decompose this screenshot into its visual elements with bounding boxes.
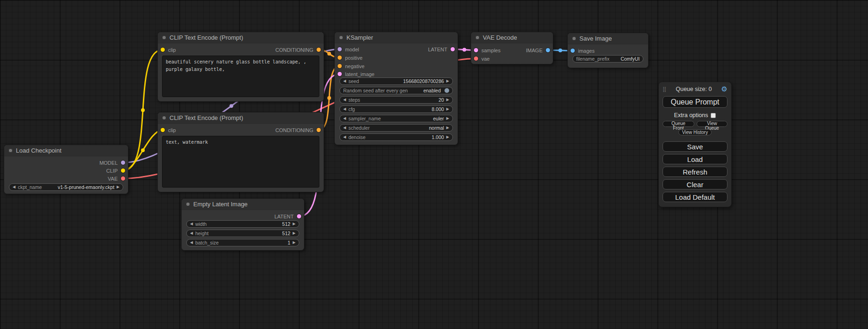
node-titlebar[interactable]: VAE Decode bbox=[471, 32, 553, 43]
node-titlebar[interactable]: CLIP Text Encode (Prompt) bbox=[158, 112, 324, 124]
input-dot-latent-image[interactable] bbox=[338, 72, 342, 76]
widget-width[interactable]: ◀ width 512 ▶ bbox=[186, 220, 299, 228]
decrement-arrow-icon[interactable]: ◀ bbox=[190, 241, 193, 245]
decrement-arrow-icon[interactable]: ◀ bbox=[343, 79, 346, 83]
settings-gear-icon[interactable]: ⚙ bbox=[721, 85, 727, 93]
widget-ckpt-name[interactable]: ◀ ckpt_name v1-5-pruned-emaonly.ckpt ▶ bbox=[9, 183, 123, 191]
decrement-arrow-icon[interactable]: ◀ bbox=[343, 98, 346, 102]
widget-value: normal bbox=[429, 125, 444, 131]
link-midpoint-dot[interactable] bbox=[141, 108, 145, 112]
increment-arrow-icon[interactable]: ▶ bbox=[293, 222, 296, 226]
load-default-button[interactable]: Load Default bbox=[663, 192, 727, 202]
view-history-button[interactable]: View History bbox=[678, 129, 712, 135]
node-collapse-dot[interactable] bbox=[339, 35, 343, 40]
output-dot-conditioning[interactable] bbox=[317, 128, 321, 132]
node-titlebar[interactable]: Save Image bbox=[568, 33, 648, 44]
widget-value: v1-5-pruned-emaonly.ckpt bbox=[58, 184, 114, 190]
node-collapse-dot[interactable] bbox=[8, 148, 13, 153]
toggle-knob[interactable] bbox=[445, 88, 449, 93]
increment-arrow-icon[interactable]: ▶ bbox=[446, 79, 449, 83]
node-empty-latent-image[interactable]: Empty Latent Image LATENT ◀ width 512 ▶ … bbox=[181, 198, 304, 251]
decrement-arrow-icon[interactable]: ◀ bbox=[13, 185, 15, 189]
increment-arrow-icon[interactable]: ▶ bbox=[446, 126, 449, 130]
increment-arrow-icon[interactable]: ▶ bbox=[446, 98, 449, 102]
input-dot-samples[interactable] bbox=[474, 48, 478, 52]
link-midpoint-dot[interactable] bbox=[141, 148, 145, 152]
output-slot-latent: LATENT bbox=[428, 46, 455, 53]
increment-arrow-icon[interactable]: ▶ bbox=[117, 185, 120, 189]
increment-arrow-icon[interactable]: ▶ bbox=[293, 231, 296, 235]
node-titlebar[interactable]: KSampler bbox=[335, 32, 458, 43]
input-slot-samples: samples bbox=[474, 47, 501, 54]
increment-arrow-icon[interactable]: ▶ bbox=[446, 117, 449, 120]
node-collapse-dot[interactable] bbox=[162, 35, 166, 40]
decrement-arrow-icon[interactable]: ◀ bbox=[190, 231, 193, 235]
output-dot-image[interactable] bbox=[546, 48, 550, 52]
load-button[interactable]: Load bbox=[663, 154, 727, 164]
input-dot-clip[interactable] bbox=[161, 128, 165, 132]
widget-random-seed-toggle[interactable]: Random seed after every gen enabled bbox=[339, 87, 453, 94]
node-collapse-dot[interactable] bbox=[186, 202, 190, 206]
decrement-arrow-icon[interactable]: ◀ bbox=[343, 126, 346, 130]
input-dot-negative[interactable] bbox=[338, 64, 342, 68]
input-slot-vae: vae bbox=[474, 55, 490, 62]
node-collapse-dot[interactable] bbox=[162, 116, 166, 120]
output-dot-latent[interactable] bbox=[451, 47, 455, 51]
link-midpoint-dot[interactable] bbox=[463, 48, 466, 52]
widget-sampler-name[interactable]: ◀ sampler_name euler ▶ bbox=[339, 115, 453, 122]
clear-button[interactable]: Clear bbox=[663, 179, 727, 189]
link-midpoint-dot[interactable] bbox=[327, 52, 331, 56]
node-ksampler[interactable]: KSampler model positive negative latent_… bbox=[334, 32, 458, 145]
node-collapse-dot[interactable] bbox=[475, 35, 480, 40]
link-midpoint-dot[interactable] bbox=[327, 96, 331, 100]
input-dot-vae[interactable] bbox=[474, 56, 478, 61]
widget-seed[interactable]: ◀ seed 156680208700286 ▶ bbox=[339, 77, 453, 85]
node-vae-decode[interactable]: VAE Decode samples vae IMAGE bbox=[471, 32, 553, 64]
input-dot-images[interactable] bbox=[571, 49, 575, 53]
widget-value: 1 bbox=[288, 240, 290, 245]
widget-filename-prefix[interactable]: filename_prefix ComfyUI bbox=[572, 55, 643, 63]
widget-denoise[interactable]: ◀ denoise 1.000 ▶ bbox=[339, 133, 453, 141]
node-clip-text-encode-positive[interactable]: CLIP Text Encode (Prompt) clip CONDITION… bbox=[157, 32, 324, 102]
widget-scheduler[interactable]: ◀ scheduler normal ▶ bbox=[339, 124, 453, 132]
decrement-arrow-icon[interactable]: ◀ bbox=[343, 107, 346, 111]
decrement-arrow-icon[interactable]: ◀ bbox=[343, 117, 346, 120]
input-dot-clip[interactable] bbox=[161, 48, 165, 52]
output-dot-clip[interactable] bbox=[121, 168, 125, 173]
node-load-checkpoint[interactable]: Load Checkpoint MODEL CLIP VAE ◀ ckpt_na… bbox=[4, 145, 128, 194]
node-graph-canvas[interactable]: Load Checkpoint MODEL CLIP VAE ◀ ckpt_na… bbox=[0, 0, 868, 329]
increment-arrow-icon[interactable]: ▶ bbox=[446, 135, 449, 139]
node-titlebar[interactable]: CLIP Text Encode (Prompt) bbox=[158, 32, 324, 43]
view-queue-button[interactable]: View Queue bbox=[697, 121, 727, 127]
link-midpoint-dot[interactable] bbox=[230, 104, 233, 108]
input-dot-model[interactable] bbox=[338, 47, 342, 51]
node-save-image[interactable]: Save Image images filename_prefix ComfyU… bbox=[567, 33, 649, 68]
output-slot-latent: LATENT bbox=[275, 213, 301, 220]
output-dot-latent[interactable] bbox=[297, 214, 301, 218]
node-titlebar[interactable]: Empty Latent Image bbox=[182, 199, 304, 210]
extra-options-checkbox[interactable] bbox=[711, 113, 716, 118]
widget-cfg[interactable]: ◀ cfg 8.000 ▶ bbox=[339, 105, 453, 113]
output-dot-model[interactable] bbox=[121, 161, 125, 165]
increment-arrow-icon[interactable]: ▶ bbox=[293, 241, 296, 245]
queue-prompt-button[interactable]: Queue Prompt bbox=[663, 96, 727, 108]
node-collapse-dot[interactable] bbox=[572, 36, 576, 41]
widget-height[interactable]: ◀ height 512 ▶ bbox=[186, 230, 299, 237]
decrement-arrow-icon[interactable]: ◀ bbox=[343, 135, 346, 139]
positive-prompt-textarea[interactable]: beautiful scenery nature glass bottle la… bbox=[162, 56, 319, 97]
node-clip-text-encode-negative[interactable]: CLIP Text Encode (Prompt) clip CONDITION… bbox=[157, 112, 324, 192]
output-dot-vae[interactable] bbox=[121, 176, 125, 181]
link-midpoint-dot[interactable] bbox=[558, 49, 562, 52]
save-button[interactable]: Save bbox=[663, 141, 727, 152]
drag-handle-icon[interactable]: ⣿ bbox=[663, 86, 666, 92]
negative-prompt-textarea[interactable]: text, watermark bbox=[162, 136, 319, 188]
output-dot-conditioning[interactable] bbox=[317, 48, 321, 52]
decrement-arrow-icon[interactable]: ◀ bbox=[190, 222, 193, 226]
input-dot-positive[interactable] bbox=[338, 56, 342, 60]
increment-arrow-icon[interactable]: ▶ bbox=[446, 107, 449, 111]
node-titlebar[interactable]: Load Checkpoint bbox=[4, 145, 128, 156]
widget-steps[interactable]: ◀ steps 20 ▶ bbox=[339, 96, 453, 104]
widget-batch-size[interactable]: ◀ batch_size 1 ▶ bbox=[186, 239, 299, 246]
refresh-button[interactable]: Refresh bbox=[663, 167, 727, 177]
queue-front-button[interactable]: Queue Front bbox=[663, 121, 694, 127]
